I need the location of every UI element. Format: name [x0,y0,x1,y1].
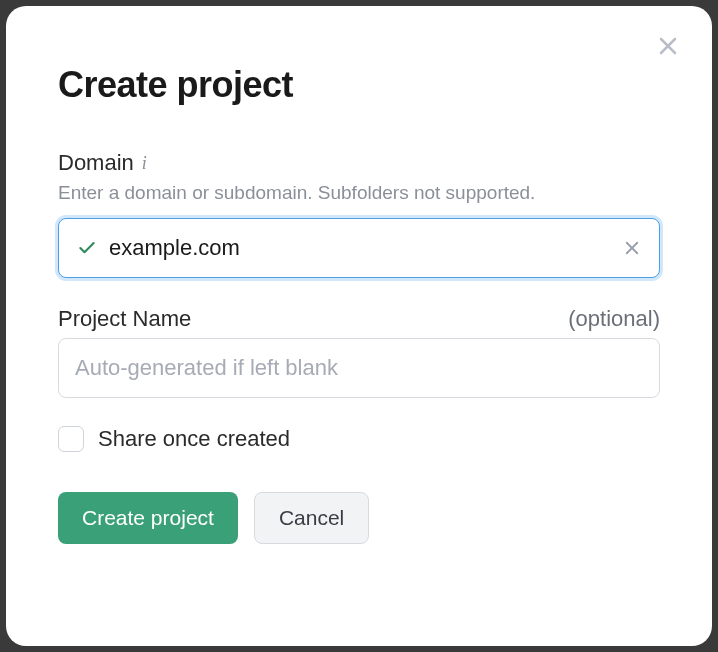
check-icon [77,238,97,258]
dialog-title: Create project [58,64,660,106]
project-name-field: Project Name (optional) [58,306,660,398]
dialog-actions: Create project Cancel [58,492,660,544]
close-button[interactable] [652,30,684,62]
share-checkbox-label: Share once created [98,426,290,452]
info-icon[interactable]: i [142,154,147,172]
optional-label: (optional) [568,306,660,332]
cancel-button[interactable]: Cancel [254,492,369,544]
domain-field: Domain i Enter a domain or subdomain. Su… [58,150,660,278]
project-name-input[interactable] [59,339,659,397]
domain-input[interactable] [59,219,659,277]
domain-input-wrap [58,218,660,278]
share-checkbox[interactable] [58,426,84,452]
close-icon [656,34,680,58]
create-project-button[interactable]: Create project [58,492,238,544]
project-name-input-wrap [58,338,660,398]
domain-label: Domain [58,150,134,176]
clear-domain-button[interactable] [619,235,645,261]
share-checkbox-row[interactable]: Share once created [58,426,660,452]
project-name-label: Project Name [58,306,191,332]
x-icon [623,239,641,257]
create-project-dialog: Create project Domain i Enter a domain o… [6,6,712,646]
domain-help-text: Enter a domain or subdomain. Subfolders … [58,182,660,204]
